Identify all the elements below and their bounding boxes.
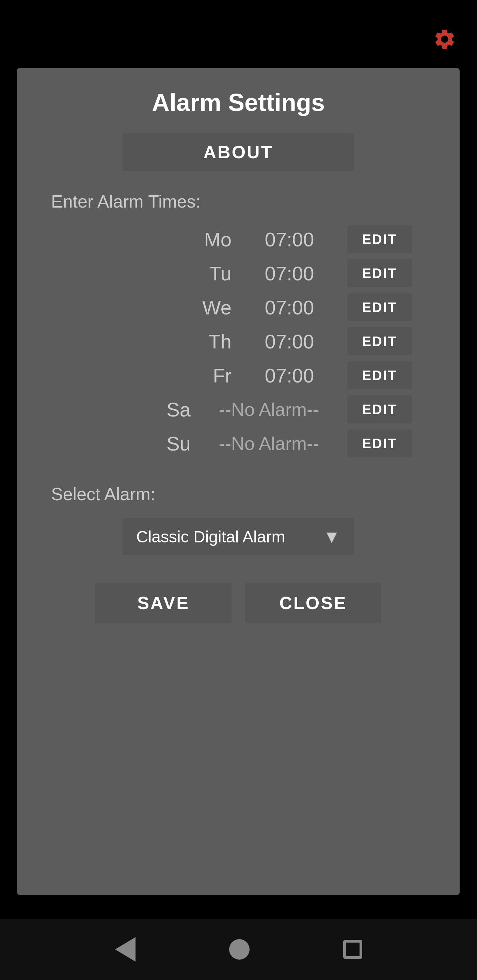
close-button[interactable]: CLOSE: [245, 582, 381, 624]
edit-button-tu[interactable]: EDIT: [347, 259, 412, 287]
screen: Alarm Settings ABOUT Enter Alarm Times: …: [0, 0, 477, 980]
day-label-tu: Tu: [184, 262, 231, 285]
day-label-th: Th: [184, 330, 231, 353]
edit-button-mo[interactable]: EDIT: [347, 225, 412, 253]
select-alarm-section: Select Alarm: Classic Digital Alarm ▼ Cl…: [44, 484, 432, 555]
alarm-settings-modal: Alarm Settings ABOUT Enter Alarm Times: …: [17, 68, 459, 895]
home-nav-icon[interactable]: [229, 939, 250, 959]
time-label-mo: 07:00: [245, 228, 333, 251]
alarm-row-sunday: Su --No Alarm-- EDIT: [44, 430, 432, 457]
no-alarm-label-su: --No Alarm--: [204, 433, 333, 454]
gear-icon[interactable]: [433, 27, 456, 52]
modal-title: Alarm Settings: [152, 89, 325, 116]
alarm-select-wrapper: Classic Digital Alarm ▼ Classic Digital …: [123, 518, 354, 555]
edit-button-fr[interactable]: EDIT: [347, 361, 412, 389]
time-label-we: 07:00: [245, 296, 333, 319]
day-label-sa: Sa: [143, 398, 191, 421]
navigation-bar: [0, 919, 477, 980]
edit-button-sa[interactable]: EDIT: [347, 395, 412, 423]
action-buttons: SAVE CLOSE: [44, 582, 432, 624]
alarm-row-monday: Mo 07:00 EDIT: [44, 225, 432, 253]
alarm-row-tuesday: Tu 07:00 EDIT: [44, 259, 432, 287]
day-label-we: We: [184, 296, 231, 319]
save-button[interactable]: SAVE: [95, 582, 231, 624]
no-alarm-label-sa: --No Alarm--: [204, 399, 333, 420]
day-label-mo: Mo: [184, 228, 231, 251]
enter-alarm-label: Enter Alarm Times:: [44, 191, 432, 212]
alarm-select-container: Classic Digital Alarm ▼ Classic Digital …: [44, 518, 432, 555]
alarm-row-friday: Fr 07:00 EDIT: [44, 361, 432, 389]
edit-button-su[interactable]: EDIT: [347, 430, 412, 457]
edit-button-th[interactable]: EDIT: [347, 327, 412, 355]
day-label-fr: Fr: [184, 364, 231, 387]
about-button[interactable]: ABOUT: [123, 134, 354, 171]
alarm-row-wednesday: We 07:00 EDIT: [44, 293, 432, 321]
time-label-tu: 07:00: [245, 262, 333, 285]
recent-nav-icon[interactable]: [343, 940, 362, 959]
day-label-su: Su: [143, 432, 191, 455]
select-alarm-label: Select Alarm:: [44, 484, 432, 504]
back-nav-icon[interactable]: [115, 937, 136, 962]
alarm-row-saturday: Sa --No Alarm-- EDIT: [44, 395, 432, 423]
alarm-row-thursday: Th 07:00 EDIT: [44, 327, 432, 355]
alarm-times-section: Enter Alarm Times: Mo 07:00 EDIT Tu 07:0…: [44, 191, 432, 463]
edit-button-we[interactable]: EDIT: [347, 293, 412, 321]
time-label-th: 07:00: [245, 330, 333, 353]
time-label-fr: 07:00: [245, 364, 333, 387]
